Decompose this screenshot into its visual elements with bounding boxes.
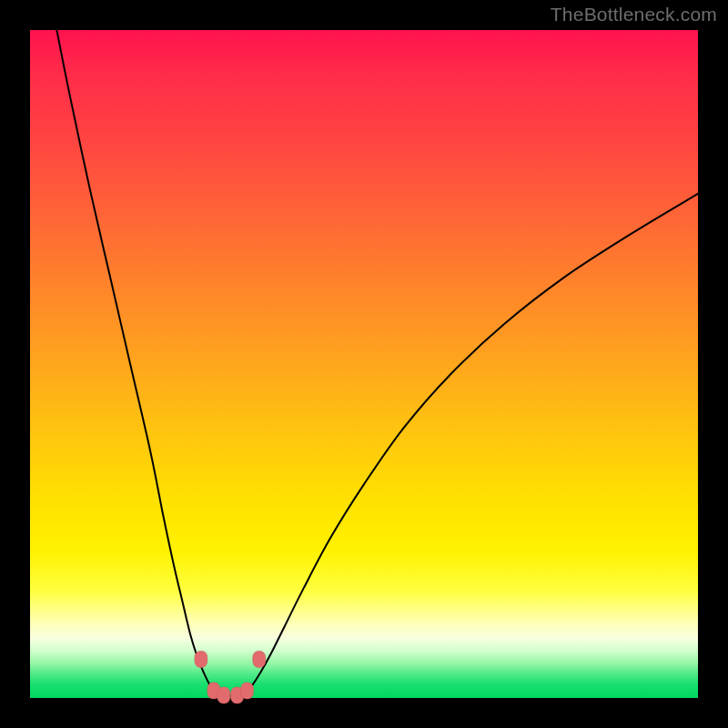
bottleneck-curve [56,30,698,696]
curve-marker [217,687,230,703]
curve-marker [253,651,266,667]
watermark-text: TheBottleneck.com [551,4,717,25]
curve-marker [195,651,207,667]
chart-frame: TheBottleneck.com [0,0,728,728]
curve-marker [241,682,254,699]
curve-layer [30,30,698,698]
